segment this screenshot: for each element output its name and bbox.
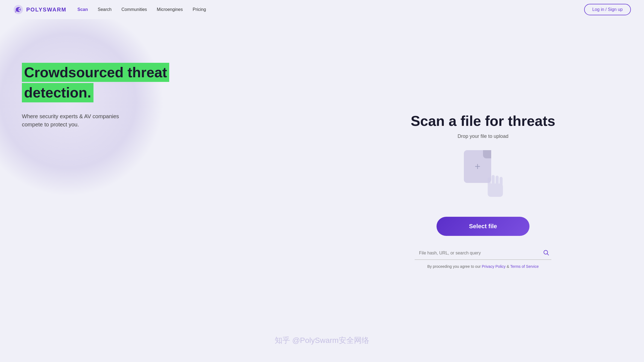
main-container: Crowdsourced threat detection. Where sec… [0, 19, 644, 362]
search-area [415, 247, 551, 260]
headline-block: Crowdsourced threat detection. [22, 63, 306, 103]
hand-icon [483, 172, 508, 199]
terms-of-service-link[interactable]: Terms of Service [510, 264, 539, 269]
svg-rect-4 [488, 177, 491, 186]
headline-line2: detection. [22, 83, 93, 102]
subtext-line2: compete to protect you. [22, 121, 79, 127]
terms-conjunction: & [506, 264, 510, 269]
svg-rect-5 [492, 175, 495, 186]
file-upload-icon-wrapper: + [458, 150, 508, 199]
logo-link[interactable]: POLYSWARM [13, 4, 66, 15]
svg-line-9 [547, 254, 549, 255]
nav-item-search[interactable]: Search [98, 7, 112, 12]
left-section: Crowdsourced threat detection. Where sec… [0, 19, 322, 362]
terms-prefix: By proceeding you agree to our [427, 264, 482, 269]
right-section: Scan a file for threats Drop your file t… [322, 19, 644, 362]
nav-item-communities[interactable]: Communities [121, 7, 147, 12]
polyswarm-logo-icon [13, 4, 24, 15]
navbar: POLYSWARM Scan Search Communities Microe… [0, 0, 644, 19]
subtext-line1: Where security experts & AV companies [22, 113, 119, 119]
terms-text: By proceeding you agree to our Privacy P… [427, 264, 539, 269]
search-icon [543, 250, 549, 257]
hero-content: Crowdsourced threat detection. Where sec… [22, 63, 306, 129]
scan-title: Scan a file for threats [411, 113, 555, 129]
nav-item-microengines[interactable]: Microengines [157, 7, 183, 12]
svg-rect-6 [496, 176, 499, 186]
logo-text: POLYSWARM [26, 7, 66, 13]
hand-svg [483, 172, 508, 199]
login-signup-button[interactable]: Log in / Sign up [584, 4, 631, 15]
nav-item-scan[interactable]: Scan [77, 7, 88, 12]
drop-subtitle: Drop your file to upload [458, 133, 508, 139]
hero-subtext: Where security experts & AV companies co… [22, 112, 306, 129]
search-input[interactable] [415, 247, 551, 260]
file-plus-icon: + [475, 161, 480, 172]
nav-links: Scan Search Communities Microengines Pri… [77, 7, 584, 12]
select-file-button[interactable]: Select file [437, 217, 529, 236]
privacy-policy-link[interactable]: Privacy Policy [482, 264, 505, 269]
upload-drop-area[interactable]: + [458, 150, 508, 208]
nav-right: Log in / Sign up [584, 4, 631, 15]
headline-line1: Crowdsourced threat [22, 63, 169, 82]
nav-item-pricing[interactable]: Pricing [193, 7, 206, 12]
svg-rect-7 [500, 177, 503, 186]
